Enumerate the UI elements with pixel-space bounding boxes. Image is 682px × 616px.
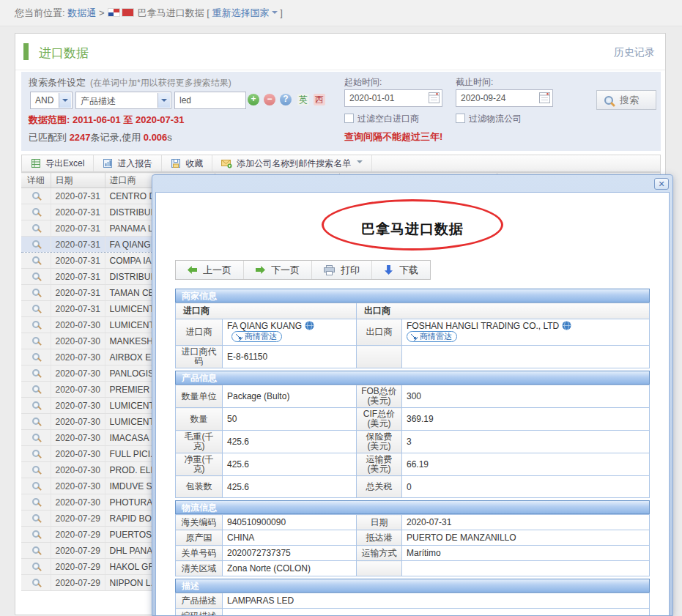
logistics-section-header: 物流信息 <box>175 500 650 514</box>
magnifier-icon[interactable] <box>32 256 40 264</box>
favorite-button[interactable]: 收藏 <box>162 155 212 171</box>
close-icon[interactable]: ✕ <box>654 178 669 190</box>
filter-logistics-checkbox[interactable]: 过滤物流公司 <box>456 113 522 125</box>
row-date: 2020-07-31 <box>51 220 105 237</box>
lang-spanish-button[interactable]: 西 <box>314 94 325 105</box>
importer-group-label: 进口商 <box>176 303 357 319</box>
col-detail: 详细 <box>21 173 51 188</box>
magnifier-icon[interactable] <box>32 514 40 522</box>
magnifier-icon[interactable] <box>32 272 40 280</box>
field-label: 日期 <box>357 515 402 530</box>
detail-row: 原产国CHINA抵达港PUERTO DE MANZANILLO <box>176 530 650 546</box>
business-radar-link[interactable]: 商情雷达 <box>407 331 457 342</box>
history-link[interactable]: 历史记录 <box>614 46 655 59</box>
globe-icon[interactable] <box>305 321 314 330</box>
export-excel-button[interactable]: 导出Excel <box>22 155 94 171</box>
magnifier-icon[interactable] <box>32 208 40 215</box>
importer-code-label: 进口商代码 <box>176 346 223 368</box>
breadcrumb-page-title: 巴拿马进口数据 <box>138 7 204 18</box>
next-page-button[interactable]: 下一页 <box>244 261 312 279</box>
magnifier-icon[interactable] <box>32 498 40 505</box>
magnifier-icon[interactable] <box>32 321 40 328</box>
detail-row: 包装数425.6总关税0 <box>176 476 650 498</box>
magnifier-icon[interactable] <box>32 240 40 248</box>
description-section: 描述 产品描述LAMPARAS LED编码描述 <box>175 579 650 615</box>
magnifier-icon[interactable] <box>32 579 40 586</box>
add-company-to-mail-button[interactable]: 添加公司名称到邮件搜索名单 <box>212 155 372 171</box>
site-link[interactable]: 数据通 <box>67 7 96 18</box>
select-arrow-icon[interactable] <box>157 93 170 108</box>
magnifier-icon[interactable] <box>32 418 40 425</box>
magnifier-icon[interactable] <box>32 289 40 296</box>
magnifier-icon[interactable] <box>32 530 40 538</box>
accent-bar <box>23 43 29 60</box>
search-field-select[interactable]: 产品描述 <box>75 92 171 109</box>
row-date: 2020-07-30 <box>51 430 105 446</box>
bracket-open: [ <box>207 7 210 18</box>
reselect-country-link[interactable]: 重新选择国家 <box>212 7 270 18</box>
field-label: 产品描述 <box>176 593 223 609</box>
field-value: Zona Norte (COLON) <box>223 561 357 576</box>
search-button[interactable]: 搜索 <box>596 90 656 110</box>
field-value: 425.6 <box>223 453 357 476</box>
field-label: 抵达港 <box>357 530 402 546</box>
calendar-icon[interactable] <box>429 92 440 103</box>
magnifier-icon[interactable] <box>32 546 40 554</box>
calendar-icon[interactable] <box>539 92 550 103</box>
checkbox-icon[interactable] <box>344 114 354 123</box>
select-arrow-icon[interactable] <box>59 93 71 108</box>
field-value: 0 <box>402 476 650 498</box>
merchant-group-row: 进口商 出口商 <box>176 303 650 319</box>
start-date-input[interactable] <box>344 89 442 107</box>
enter-report-button[interactable]: 进入报告 <box>94 155 162 171</box>
field-label <box>357 561 402 576</box>
magnifier-icon[interactable] <box>32 466 40 473</box>
magnifier-icon[interactable] <box>32 450 40 457</box>
magnifier-icon[interactable] <box>32 305 40 312</box>
keyword-input[interactable] <box>174 92 246 109</box>
add-condition-icon[interactable]: + <box>248 94 259 105</box>
help-icon[interactable]: ? <box>280 94 292 105</box>
breadcrumb: 您当前位置: 数据通 > 巴拿马进口数据 [ 重新选择国家 ] <box>0 0 682 26</box>
magnifier-icon[interactable] <box>32 337 40 344</box>
magnifier-icon[interactable] <box>32 385 40 393</box>
boolean-operator-select[interactable]: AND <box>30 92 73 109</box>
exporter-label: 出口商 <box>357 319 402 346</box>
field-label: 运输方式 <box>357 546 402 561</box>
magnifier-icon[interactable] <box>32 482 40 489</box>
field-value: PUERTO DE MANZANILLO <box>402 530 650 546</box>
download-icon <box>385 265 393 275</box>
magnifier-icon[interactable] <box>32 353 40 360</box>
magnifier-icon[interactable] <box>32 369 40 376</box>
field-label: 关单号码 <box>176 546 223 561</box>
exporter-group-label: 出口商 <box>357 303 650 319</box>
magnifier-icon[interactable] <box>32 563 40 570</box>
row-date: 2020-07-30 <box>51 365 105 382</box>
prev-page-button[interactable]: 上一页 <box>176 261 244 279</box>
detail-row: 净重(千克)425.6运输费(美元)66.19 <box>176 453 650 476</box>
modal-titlebar[interactable]: ✕ <box>152 175 672 192</box>
field-label: 原产国 <box>176 530 223 546</box>
print-button[interactable]: 打印 <box>312 261 372 279</box>
magnifier-icon[interactable] <box>32 434 40 441</box>
magnifier-icon[interactable] <box>32 192 40 199</box>
checkbox-icon[interactable] <box>456 114 465 123</box>
remove-condition-icon[interactable]: − <box>264 94 275 105</box>
field-value: 300 <box>402 385 650 408</box>
field-label: 保险费(美元) <box>357 431 402 453</box>
filter-blank-importer-checkbox[interactable]: 过滤空白进口商 <box>344 113 419 125</box>
search-title: 搜索条件设定(在单词中加*用以获得更多搜索结果) <box>29 76 231 89</box>
magnifier-icon[interactable] <box>32 401 40 409</box>
download-button[interactable]: 下载 <box>372 261 430 279</box>
row-date: 2020-07-31 <box>51 253 105 269</box>
row-date: 2020-07-30 <box>51 446 105 462</box>
field-value: 2020-07-31 <box>402 515 650 530</box>
search-icon <box>604 96 613 105</box>
field-label: 毛重(千克) <box>176 431 223 453</box>
data-range-value: 2011-06-01 至 2020-07-31 <box>73 114 185 125</box>
globe-icon[interactable] <box>562 321 571 330</box>
magnifier-icon[interactable] <box>32 224 40 231</box>
row-date: 2020-07-29 <box>51 559 105 575</box>
lang-english-button[interactable]: 英 <box>297 94 309 105</box>
business-radar-link[interactable]: 商情雷达 <box>231 331 282 342</box>
